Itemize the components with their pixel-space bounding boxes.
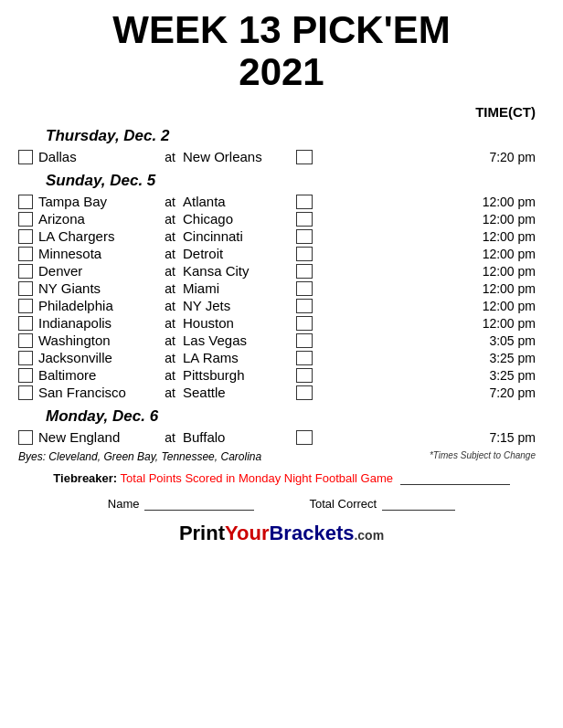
- home-checkbox[interactable]: [296, 264, 313, 279]
- table-row: Philadelphia at NY Jets 12:00 pm: [18, 298, 545, 313]
- home-checkbox[interactable]: [296, 299, 313, 313]
- away-checkbox[interactable]: [18, 351, 33, 365]
- correct-label: Total Correct: [309, 497, 377, 511]
- team-home: Miami: [183, 280, 292, 296]
- home-checkbox[interactable]: [296, 247, 313, 261]
- team-away: Baltimore: [38, 367, 157, 383]
- table-row: Dallas at New Orleans 7:20 pm: [18, 149, 545, 164]
- away-checkbox[interactable]: [18, 195, 33, 209]
- footer-brackets: Brackets: [269, 522, 354, 544]
- table-row: LA Chargers at Cincinnati 12:00 pm: [18, 228, 545, 244]
- team-away: Tampa Bay: [38, 194, 157, 209]
- team-home: Atlanta: [183, 194, 292, 209]
- team-home: New Orleans: [183, 149, 292, 164]
- team-away: Minnesota: [38, 246, 157, 261]
- team-home: LA Rams: [183, 350, 292, 365]
- day-header-sunday: Sunday, Dec. 5: [46, 172, 545, 190]
- game-time: 12:00 pm: [313, 229, 545, 244]
- team-away: San Francisco: [38, 385, 157, 400]
- home-checkbox[interactable]: [296, 229, 313, 244]
- team-away: Indianapolis: [38, 315, 157, 331]
- away-checkbox[interactable]: [18, 368, 33, 383]
- table-row: Tampa Bay at Atlanta 12:00 pm: [18, 194, 545, 209]
- team-home: Cincinnati: [183, 228, 292, 244]
- game-time: 12:00 pm: [313, 316, 545, 331]
- team-home: Kansa City: [183, 263, 292, 279]
- table-row: Baltimore at Pittsburgh 3:25 pm: [18, 367, 545, 383]
- name-field: Name: [108, 496, 255, 511]
- day-header-thursday: Thursday, Dec. 2: [46, 127, 545, 145]
- game-time: 12:00 pm: [313, 212, 545, 227]
- tiebreaker-label: Tiebreaker:: [53, 471, 117, 485]
- table-row: Denver at Kansa City 12:00 pm: [18, 263, 545, 279]
- team-home: NY Jets: [183, 298, 292, 313]
- away-checkbox[interactable]: [18, 281, 33, 296]
- away-checkbox[interactable]: [18, 212, 33, 227]
- team-away: Philadelphia: [38, 298, 157, 313]
- game-time: 3:05 pm: [313, 333, 545, 348]
- footer-your: Your: [225, 522, 269, 544]
- name-label: Name: [108, 497, 140, 511]
- name-input-line[interactable]: [144, 496, 254, 511]
- home-checkbox[interactable]: [296, 212, 313, 227]
- team-away: Jacksonville: [38, 350, 157, 365]
- away-checkbox[interactable]: [18, 316, 33, 331]
- team-home: Detroit: [183, 246, 292, 261]
- game-time: 7:20 pm: [313, 150, 545, 164]
- correct-field: Total Correct: [309, 496, 455, 511]
- home-checkbox[interactable]: [296, 368, 313, 383]
- away-checkbox[interactable]: [18, 247, 33, 261]
- game-time: 12:00 pm: [313, 264, 545, 279]
- team-home: Buffalo: [183, 429, 292, 445]
- team-away: LA Chargers: [38, 228, 157, 244]
- team-away: NY Giants: [38, 280, 157, 296]
- team-home: Las Vegas: [183, 332, 292, 348]
- game-time: 12:00 pm: [313, 247, 545, 261]
- home-checkbox[interactable]: [296, 333, 313, 348]
- footer-print: Print: [179, 522, 225, 544]
- times-subject: *Times Subject to Change: [430, 450, 536, 463]
- away-checkbox-dallas[interactable]: [18, 150, 33, 164]
- team-away: Arizona: [38, 211, 157, 227]
- team-home: Houston: [183, 315, 292, 331]
- team-away: Washington: [38, 332, 157, 348]
- page-title: WEEK 13 PICK'EM 2021: [18, 9, 545, 93]
- home-checkbox[interactable]: [296, 430, 313, 445]
- table-row: Arizona at Chicago 12:00 pm: [18, 211, 545, 227]
- away-checkbox[interactable]: [18, 333, 33, 348]
- home-checkbox[interactable]: [296, 385, 313, 400]
- game-time: 3:25 pm: [313, 351, 545, 365]
- away-checkbox[interactable]: [18, 430, 33, 445]
- away-checkbox[interactable]: [18, 385, 33, 400]
- table-row: Indianapolis at Houston 12:00 pm: [18, 315, 545, 331]
- game-time: 7:20 pm: [313, 385, 545, 400]
- table-row: Jacksonville at LA Rams 3:25 pm: [18, 350, 545, 365]
- byes-row: Byes: Cleveland, Green Bay, Tennessee, C…: [18, 450, 545, 463]
- tiebreaker-value: Total Points Scored in Monday Night Foot…: [121, 471, 393, 485]
- team-away: New England: [38, 429, 157, 445]
- tiebreaker-row: Tiebreaker: Total Points Scored in Monda…: [18, 470, 545, 485]
- home-checkbox[interactable]: [296, 351, 313, 365]
- game-time: 7:15 pm: [313, 430, 545, 445]
- time-header: TIME(CT): [475, 104, 536, 120]
- game-time: 12:00 pm: [313, 281, 545, 296]
- day-header-monday: Monday, Dec. 6: [46, 407, 545, 426]
- table-row: NY Giants at Miami 12:00 pm: [18, 280, 545, 296]
- table-row: San Francisco at Seattle 7:20 pm: [18, 385, 545, 400]
- home-checkbox[interactable]: [296, 195, 313, 209]
- footer-com: .com: [354, 528, 384, 543]
- team-home: Seattle: [183, 385, 292, 400]
- away-checkbox[interactable]: [18, 299, 33, 313]
- name-correct-row: Name Total Correct: [18, 496, 545, 511]
- away-checkbox[interactable]: [18, 264, 33, 279]
- schedule: TIME(CT) Thursday, Dec. 2 Dallas at New …: [18, 104, 545, 545]
- home-checkbox[interactable]: [296, 281, 313, 296]
- game-time: 12:00 pm: [313, 299, 545, 313]
- team-away: Denver: [38, 263, 157, 279]
- home-checkbox[interactable]: [296, 316, 313, 331]
- correct-input-line[interactable]: [382, 496, 455, 511]
- home-checkbox-new-orleans[interactable]: [296, 150, 313, 164]
- team-home: Chicago: [183, 211, 292, 227]
- byes-text: Byes: Cleveland, Green Bay, Tennessee, C…: [18, 450, 261, 463]
- away-checkbox[interactable]: [18, 229, 33, 244]
